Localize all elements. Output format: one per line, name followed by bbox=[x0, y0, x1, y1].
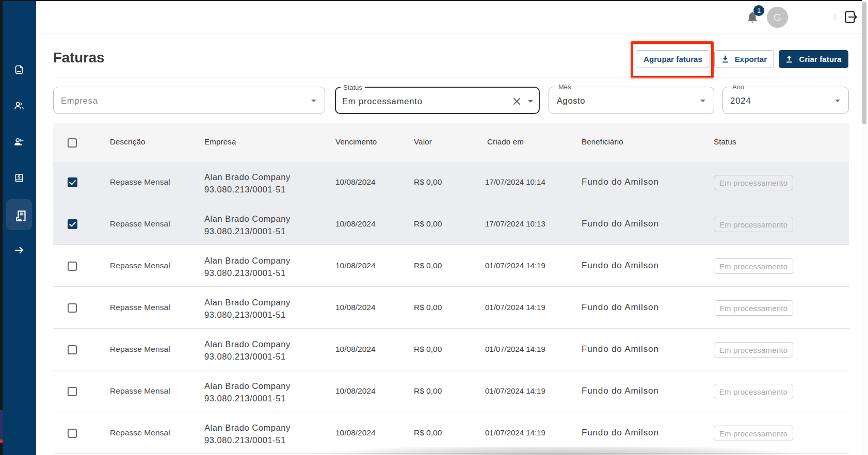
svg-text:$: $ bbox=[18, 174, 20, 180]
